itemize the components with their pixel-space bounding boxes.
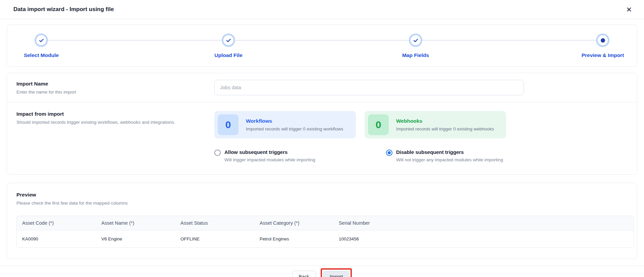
close-icon[interactable]: ✕ <box>624 5 634 14</box>
check-icon <box>35 34 48 47</box>
dialog-footer: Back Import <box>0 266 644 277</box>
disable-triggers-label: Disable subsequent triggers <box>396 149 503 155</box>
dialog-title: Data import wizard - Import using file <box>13 6 114 13</box>
table-header-row: Asset Code (*) Asset Name (*) Asset Stat… <box>17 216 634 230</box>
impact-description: Should imported records trigger existing… <box>16 120 214 125</box>
webhooks-card-description: Imported records will trigger 0 existing… <box>396 126 494 131</box>
table-row: KA0090 V6 Engine OFFLINE Petrol Engines … <box>17 230 634 247</box>
cell-asset-status: OFFLINE <box>175 230 254 247</box>
column-header: Asset Code (*) <box>17 216 96 230</box>
column-header: Serial Number <box>333 216 634 230</box>
radio-unselected-icon[interactable] <box>214 150 221 156</box>
import-name-description: Enter the name for this import <box>16 90 214 95</box>
stepper: Select Module Upload File Map Fields Pre… <box>7 24 637 67</box>
impact-label: Impact from import <box>16 111 214 117</box>
webhooks-count-badge: 0 <box>368 114 389 135</box>
workflows-card-title: Workflows <box>246 118 343 124</box>
check-icon <box>409 34 422 47</box>
disable-triggers-description: Will not trigger any impacted modules wh… <box>396 157 503 162</box>
disable-triggers-option[interactable]: Disable subsequent triggers Will not tri… <box>386 149 503 162</box>
column-header: Asset Category (*) <box>254 216 333 230</box>
step-select-module[interactable]: Select Module <box>12 34 71 58</box>
step-label: Preview & Import <box>582 52 624 58</box>
check-icon <box>222 34 235 47</box>
step-label: Select Module <box>24 52 59 58</box>
import-button-highlight: Import <box>321 268 352 277</box>
webhooks-impact-card: 0 Webhooks Imported records will trigger… <box>365 111 506 138</box>
step-label: Upload File <box>214 52 243 58</box>
workflows-count-badge: 0 <box>218 114 238 135</box>
import-settings-section: Import Name Enter the name for this impo… <box>7 73 637 175</box>
radio-selected-icon[interactable] <box>386 150 392 156</box>
import-name-input[interactable] <box>214 80 524 95</box>
workflows-impact-card: 0 Workflows Imported records will trigge… <box>214 111 356 138</box>
allow-triggers-option[interactable]: Allow subsequent triggers Will trigger i… <box>214 149 386 162</box>
preview-table: Asset Code (*) Asset Name (*) Asset Stat… <box>16 216 634 248</box>
preview-description: Please check the first few data for the … <box>16 201 629 206</box>
workflows-card-description: Imported records will trigger 0 existing… <box>246 126 343 131</box>
stepper-track <box>45 40 599 41</box>
preview-section: Preview Please check the first few data … <box>7 183 637 259</box>
impact-row: Impact from import Should imported recor… <box>7 102 637 174</box>
cell-serial-number: 10023456 <box>333 230 634 247</box>
back-button[interactable]: Back <box>292 271 316 277</box>
cell-asset-code: KA0090 <box>17 230 96 247</box>
step-map-fields[interactable]: Map Fields <box>386 34 445 58</box>
cell-asset-name: V6 Engine <box>96 230 175 247</box>
allow-triggers-label: Allow subsequent triggers <box>224 149 315 155</box>
import-button[interactable]: Import <box>323 271 350 277</box>
import-name-row: Import Name Enter the name for this impo… <box>7 73 637 102</box>
allow-triggers-description: Will trigger impacted modules while impo… <box>224 157 315 162</box>
webhooks-card-title: Webhooks <box>396 118 494 124</box>
cell-asset-category: Petrol Engines <box>254 230 333 247</box>
preview-label: Preview <box>16 192 629 198</box>
dialog-header: Data import wizard - Import using file ✕ <box>0 0 644 19</box>
current-step-dot-icon <box>596 34 609 47</box>
step-label: Map Fields <box>402 52 429 58</box>
import-name-label: Import Name <box>16 81 214 87</box>
column-header: Asset Status <box>175 216 254 230</box>
step-upload-file[interactable]: Upload File <box>199 34 258 58</box>
step-preview-import[interactable]: Preview & Import <box>573 34 632 58</box>
column-header: Asset Name (*) <box>96 216 175 230</box>
